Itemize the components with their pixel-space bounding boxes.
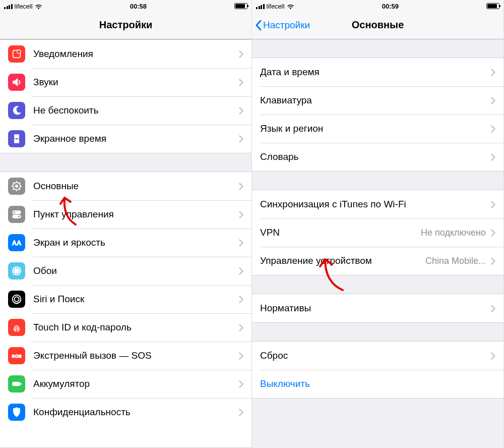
group-separator xyxy=(252,39,503,58)
chevron-right-icon xyxy=(491,97,495,104)
general-row[interactable]: Синхронизация с iTunes по Wi-Fi xyxy=(252,190,503,218)
screen-settings: lifecell 00:58 Настройки УведомленияЗвук… xyxy=(0,0,252,448)
row-label: Выключить xyxy=(260,378,495,389)
back-label: Настройки xyxy=(263,20,310,31)
settings-row-dnd[interactable]: Не беспокоить xyxy=(0,96,251,125)
svg-rect-30 xyxy=(13,382,20,385)
row-label: Управление устройством xyxy=(260,255,421,266)
settings-row-general[interactable]: Основные xyxy=(0,172,251,200)
settings-row-wallpaper[interactable]: Обои xyxy=(0,257,251,285)
chevron-right-icon xyxy=(239,324,243,331)
row-label: Звуки xyxy=(33,77,234,88)
row-label: Основные xyxy=(33,181,234,192)
general-group-2: Синхронизация с iTunes по Wi-FiVPNНе под… xyxy=(252,190,503,275)
wifi-icon xyxy=(35,4,42,9)
row-label: Нормативы xyxy=(260,303,486,314)
group-separator xyxy=(252,323,503,341)
chevron-right-icon xyxy=(491,201,495,208)
chevron-right-icon xyxy=(239,409,243,416)
chevron-right-icon xyxy=(239,211,243,218)
carrier-label: lifecell xyxy=(15,3,33,10)
settings-row-controlcenter[interactable]: Пункт управления xyxy=(0,200,251,229)
general-row[interactable]: Дата и время xyxy=(252,58,503,86)
general-row[interactable]: Словарь xyxy=(252,143,503,171)
settings-row-siri[interactable]: Siri и Поиск xyxy=(0,285,251,313)
chevron-right-icon xyxy=(491,257,495,265)
nav-bar: Настройки xyxy=(0,11,251,39)
settings-row-privacy[interactable]: Конфиденциальность xyxy=(0,398,251,426)
chevron-right-icon xyxy=(239,107,243,115)
settings-row-sounds[interactable]: Звуки xyxy=(0,68,251,96)
general-group-3: Нормативы xyxy=(252,294,503,323)
status-time: 00:58 xyxy=(130,3,147,10)
chevron-right-icon xyxy=(491,229,495,237)
siri-icon xyxy=(8,291,25,308)
row-label: Пункт управления xyxy=(33,209,234,220)
group-separator xyxy=(252,172,503,190)
svg-line-9 xyxy=(20,189,21,190)
general-row[interactable]: Язык и регион xyxy=(252,115,503,143)
wallpaper-icon xyxy=(8,262,25,279)
status-left: lifecell xyxy=(256,3,294,10)
row-label: Клавиатура xyxy=(260,95,486,106)
group-separator xyxy=(0,153,251,172)
chevron-right-icon xyxy=(239,352,243,360)
row-label: Экстренный вызов — SOS xyxy=(33,350,234,361)
carrier-label: lifecell xyxy=(267,3,285,10)
svg-point-28 xyxy=(14,297,19,301)
signal-bars-icon xyxy=(4,4,13,9)
back-button[interactable]: Настройки xyxy=(255,11,310,39)
chevron-right-icon xyxy=(239,50,243,58)
svg-line-10 xyxy=(13,189,14,190)
general-row[interactable]: Выключить xyxy=(252,370,503,398)
touchid-icon xyxy=(8,319,25,336)
status-left: lifecell xyxy=(4,3,42,10)
svg-point-13 xyxy=(13,211,15,213)
row-label: VPN xyxy=(260,227,417,238)
row-label: Дата и время xyxy=(260,67,486,78)
battery-icon xyxy=(486,3,499,9)
row-label: Touch ID и код-пароль xyxy=(33,322,234,333)
status-bar: lifecell 00:59 xyxy=(252,0,503,11)
row-label: Конфиденциальность xyxy=(33,407,234,418)
settings-row-sos[interactable]: SOSЭкстренный вызов — SOS xyxy=(0,342,251,370)
page-title: Настройки xyxy=(99,19,153,31)
chevron-right-icon xyxy=(239,267,243,275)
row-detail: Не подключено xyxy=(421,228,486,238)
nav-bar: Настройки Основные xyxy=(252,11,503,39)
page-title: Основные xyxy=(352,19,404,31)
dnd-icon xyxy=(8,102,25,119)
general-row[interactable]: Клавиатура xyxy=(252,86,503,115)
general-row[interactable]: Сброс xyxy=(252,342,503,370)
general-row[interactable]: Управление устройствомChina Mobile... xyxy=(252,247,503,275)
settings-row-notifications[interactable]: Уведомления xyxy=(0,40,251,68)
general-icon xyxy=(8,178,25,195)
chevron-right-icon xyxy=(491,153,495,161)
screen-general: lifecell 00:59 Настройки Основные Дата и… xyxy=(252,0,504,448)
wifi-icon xyxy=(287,4,294,9)
row-label: Не беспокоить xyxy=(33,105,234,116)
signal-bars-icon xyxy=(256,4,265,9)
settings-row-touchid[interactable]: Touch ID и код-пароль xyxy=(0,313,251,342)
chevron-right-icon xyxy=(239,79,243,86)
chevron-right-icon xyxy=(239,239,243,247)
row-label: Аккумулятор xyxy=(33,378,234,389)
notifications-icon xyxy=(8,45,25,63)
general-row[interactable]: VPNНе подключено xyxy=(252,218,503,247)
chevron-right-icon xyxy=(239,380,243,388)
battery-icon xyxy=(234,3,247,9)
row-label: Язык и регион xyxy=(260,123,486,134)
row-label: Уведомления xyxy=(33,48,234,60)
row-label: Экранное время xyxy=(33,133,234,144)
controlcenter-icon xyxy=(8,206,25,223)
sos-icon: SOS xyxy=(8,347,25,364)
chevron-right-icon xyxy=(491,305,495,312)
settings-group-notifications: УведомленияЗвукиНе беспокоитьЭкранное вр… xyxy=(0,39,251,153)
general-row[interactable]: Нормативы xyxy=(252,294,503,322)
settings-row-battery[interactable]: Аккумулятор xyxy=(0,370,251,398)
settings-row-display[interactable]: AAЭкран и яркость xyxy=(0,229,251,257)
chevron-right-icon xyxy=(491,352,495,360)
settings-row-screentime[interactable]: Экранное время xyxy=(0,125,251,153)
row-label: Экран и яркость xyxy=(33,237,234,248)
svg-point-15 xyxy=(18,215,20,217)
